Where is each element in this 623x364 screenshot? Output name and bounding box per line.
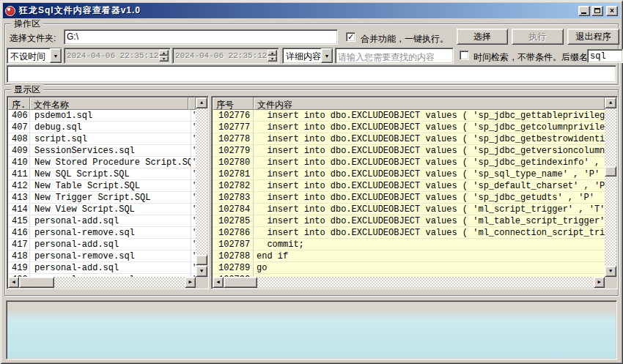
content-row[interactable]: 102782 insert into dbo.EXCLUDEOBJECT val… xyxy=(213,180,605,192)
content-row[interactable]: 102786 insert into dbo.EXCLUDEOBJECT val… xyxy=(213,227,605,239)
file-row[interactable]: 408script.sql' xyxy=(8,133,196,145)
scroll-left-icon[interactable]: ◀ xyxy=(8,277,19,288)
file-row[interactable]: 409SessionServices.sql' xyxy=(8,145,196,157)
content-list-header: 序号 文件内容 xyxy=(213,97,605,110)
datetime-to-picker: 2024-04-06 22:35:12 ▲ ▼ xyxy=(172,48,279,64)
memo-input[interactable] xyxy=(7,65,616,83)
file-list-hscroll-thumb[interactable] xyxy=(19,277,54,288)
scroll-down-icon[interactable]: ▼ xyxy=(605,266,616,277)
file-row[interactable]: 418personal-remove.sql' xyxy=(8,250,196,262)
content-row[interactable]: 102784 insert into dbo.EXCLUDEOBJECT val… xyxy=(213,204,605,215)
app-icon xyxy=(5,6,15,16)
content-list-body[interactable]: 102776 insert into dbo.EXCLUDEOBJECT val… xyxy=(213,110,605,277)
search-input[interactable]: 请输入您需要查找的内容 xyxy=(335,48,454,64)
content-row[interactable]: 102789go xyxy=(213,262,605,274)
minimize-icon xyxy=(581,12,586,14)
file-row[interactable]: 406psdemo1.sql' xyxy=(8,110,196,122)
file-row[interactable]: 417personal-add.sql' xyxy=(8,239,196,250)
file-row[interactable]: 416personal-remove.sql' xyxy=(8,227,196,239)
operation-group-label: 操作区 xyxy=(11,18,43,29)
content-list-vscroll-track[interactable] xyxy=(605,108,616,266)
content-list-hscroll-track[interactable] xyxy=(224,277,594,288)
maximize-button[interactable] xyxy=(591,6,603,16)
suffix-label: 后缀名: xyxy=(561,52,590,62)
content-row[interactable]: 102779 insert into dbo.EXCLUDEOBJECT val… xyxy=(213,145,605,157)
file-list-hscroll-track[interactable] xyxy=(19,277,185,288)
file-list-header: 序. 文件名称 xyxy=(8,97,196,110)
file-row[interactable]: 415personal-add.sql' xyxy=(8,215,196,227)
close-button[interactable]: × xyxy=(606,6,618,16)
content-row[interactable]: 102776 insert into dbo.EXCLUDEOBJECT val… xyxy=(213,110,605,122)
status-panel xyxy=(6,300,617,360)
merge-checkbox[interactable]: ✓ xyxy=(346,32,355,42)
file-list-vscroll-track[interactable] xyxy=(196,108,207,266)
file-list: 序. 文件名称 406psdemo1.sql'407debug.sql'408s… xyxy=(7,96,209,289)
file-list-vscrollbar[interactable]: ▲ ▼ xyxy=(196,97,207,277)
scrollbar-corner xyxy=(605,277,616,288)
maximize-icon xyxy=(594,8,600,13)
display-group-label: 显示区 xyxy=(11,84,43,94)
close-icon: × xyxy=(610,7,614,15)
check-icon: ✓ xyxy=(347,32,354,41)
datetime-to-spinner: ▲ ▼ xyxy=(268,50,277,62)
merge-checkbox-label: 合并功能，一键执行。 xyxy=(361,33,449,45)
suffix-input[interactable]: sql xyxy=(587,49,623,63)
column-header-extra[interactable] xyxy=(188,97,196,110)
window-title: 狂龙Sql文件内容查看器v1.0 xyxy=(19,4,141,17)
content-row[interactable]: 102783 insert into dbo.EXCLUDEOBJECT val… xyxy=(213,192,605,204)
content-list-vscroll-thumb[interactable] xyxy=(605,166,616,177)
display-group: 显示区 序. 文件名称 406psdemo1.sql'407debug.sql'… xyxy=(4,89,619,296)
file-list-vscroll-thumb[interactable] xyxy=(196,255,207,265)
file-row[interactable]: 410New Stored Procedure Script.SQL' xyxy=(8,157,196,168)
spinner-up-icon: ▲ xyxy=(159,50,169,56)
exit-button[interactable]: 退出程序 xyxy=(567,29,619,45)
folder-input[interactable]: G:\ xyxy=(64,29,338,45)
scroll-right-icon[interactable]: ▶ xyxy=(594,277,605,288)
app-window: 狂龙Sql文件内容查看器v1.0 × 操作区 选择文件夹: G:\ ✓ 合并功能… xyxy=(0,0,623,364)
content-row[interactable]: 102781 insert into dbo.EXCLUDEOBJECT val… xyxy=(213,168,605,180)
execute-button: 执行 xyxy=(512,29,564,45)
scroll-down-icon[interactable]: ▼ xyxy=(196,266,207,277)
select-button[interactable]: 选择 xyxy=(457,29,508,45)
file-row[interactable]: 413New Trigger Script.SQL' xyxy=(8,192,196,204)
datetime-from-picker: 2024-04-06 22:35:12 ▲ ▼ xyxy=(64,48,171,64)
file-row[interactable]: 412New Table Script.SQL' xyxy=(8,180,196,192)
column-header-no[interactable]: 序. xyxy=(8,97,30,110)
operation-group: 操作区 选择文件夹: G:\ ✓ 合并功能，一键执行。 选择 执行 退出程序 不… xyxy=(4,23,619,85)
column-header-content[interactable]: 文件内容 xyxy=(254,97,605,110)
scroll-left-icon[interactable]: ◀ xyxy=(213,277,224,288)
scroll-up-icon[interactable]: ▲ xyxy=(196,97,207,108)
column-header-no[interactable]: 序号 xyxy=(213,97,254,110)
file-row[interactable]: 411New SQL Script.SQL' xyxy=(8,168,196,180)
time-search-checkbox-label: 时间检索，不带条件。后缀名: xyxy=(473,51,590,64)
datetime-from-spinner: ▲ ▼ xyxy=(159,50,169,62)
file-row[interactable]: 407debug.sql' xyxy=(8,122,196,133)
scroll-up-icon[interactable]: ▲ xyxy=(605,97,616,108)
column-header-filename[interactable]: 文件名称 xyxy=(30,97,188,110)
file-list-body[interactable]: 406psdemo1.sql'407debug.sql'408script.sq… xyxy=(8,110,196,277)
content-row[interactable]: 102785 insert into dbo.EXCLUDEOBJECT val… xyxy=(213,215,605,227)
content-row[interactable]: 102780 insert into dbo.EXCLUDEOBJECT val… xyxy=(213,157,605,168)
scroll-right-icon[interactable]: ▶ xyxy=(185,277,196,288)
content-list-vscrollbar[interactable]: ▲ ▼ xyxy=(605,97,616,277)
time-search-checkbox[interactable] xyxy=(460,51,469,60)
content-row[interactable]: 102788end if xyxy=(213,250,605,262)
time-mode-select[interactable]: 不设时间 ▼ xyxy=(7,48,62,64)
content-list-hscrollbar[interactable]: ◀ ▶ xyxy=(213,277,605,288)
spinner-up-icon: ▲ xyxy=(268,50,277,56)
minimize-button[interactable] xyxy=(578,6,590,16)
chevron-down-icon[interactable]: ▼ xyxy=(50,48,62,63)
content-row[interactable]: 102777 insert into dbo.EXCLUDEOBJECT val… xyxy=(213,122,605,133)
spinner-down-icon: ▼ xyxy=(159,56,169,62)
chevron-down-icon[interactable]: ▼ xyxy=(321,48,333,63)
file-row[interactable]: 419personal-add.sql' xyxy=(8,262,196,274)
content-row[interactable]: 102787 commit; xyxy=(213,239,605,250)
scrollbar-corner xyxy=(196,277,207,288)
content-row[interactable]: 102778 insert into dbo.EXCLUDEOBJECT val… xyxy=(213,133,605,145)
file-list-hscrollbar[interactable]: ◀ ▶ xyxy=(8,277,196,288)
file-row[interactable]: 414New View Script.SQL' xyxy=(8,204,196,215)
content-list-hscroll-thumb[interactable] xyxy=(224,277,257,288)
titlebar[interactable]: 狂龙Sql文件内容查看器v1.0 × xyxy=(3,3,620,18)
content-mode-select[interactable]: 详细内容 ▼ xyxy=(282,48,333,64)
spinner-down-icon: ▼ xyxy=(268,56,277,62)
